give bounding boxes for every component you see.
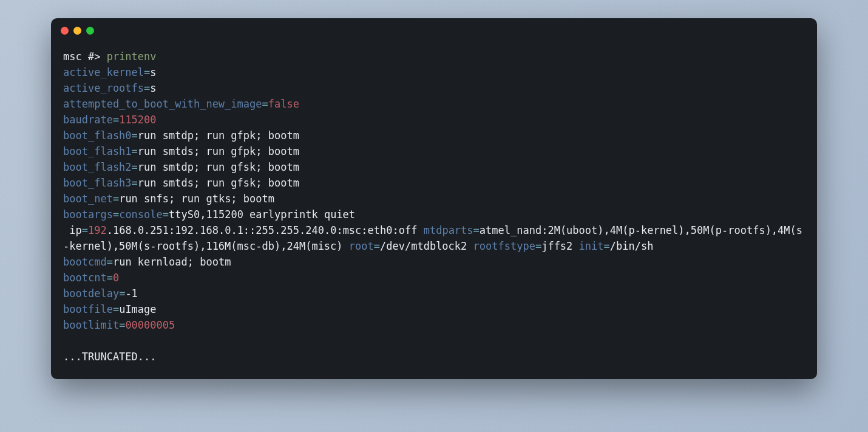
equals-sign: =	[132, 177, 138, 189]
shell-prompt: msc #>	[63, 50, 107, 63]
env-line: boot_flash0=run smtdp; run gfpk; bootm	[63, 128, 805, 143]
env-value: run smtds; run gfsk; bootm	[138, 177, 299, 189]
env-value: -1	[125, 287, 137, 300]
equals-sign: =	[163, 208, 169, 221]
bootargs-console-key: console	[119, 208, 163, 221]
env-key: bootargs	[63, 208, 113, 221]
bootargs-ip-label: ip	[63, 224, 82, 236]
equals-sign: =	[119, 319, 125, 331]
env-line: bootdelay=-1	[63, 286, 805, 301]
equals-sign: =	[132, 129, 138, 142]
bootargs-mtdparts-key: mtdparts	[424, 224, 473, 236]
equals-sign: =	[262, 98, 268, 110]
equals-sign: =	[119, 287, 125, 300]
env-line: bootcnt=0	[63, 270, 805, 286]
env-line: active_kernel=s	[63, 64, 805, 80]
env-line: boot_flash1=run smtds; run gfpk; bootm	[63, 143, 805, 159]
env-key: attempted_to_boot_with_new_image	[63, 98, 262, 110]
bootargs-console-val: ttyS0,115200 earlyprintk quiet	[169, 208, 355, 221]
terminal-output[interactable]: msc #> printenvactive_kernel=sactive_roo…	[51, 43, 817, 379]
bootargs-root-key: root	[349, 240, 374, 252]
equals-sign: =	[107, 256, 113, 268]
env-key: boot_net	[63, 193, 113, 205]
prompt-line: msc #> printenv	[63, 49, 805, 64]
env-key: bootcnt	[63, 272, 107, 284]
equals-sign: =	[82, 224, 88, 236]
env-line: bootcmd=run kernload; bootm	[63, 254, 805, 270]
env-key: baudrate	[63, 114, 113, 126]
env-value: run smtds; run gfpk; bootm	[138, 145, 299, 157]
equals-sign: =	[113, 303, 119, 315]
bootargs-ip-first: 192	[88, 224, 107, 236]
equals-sign: =	[113, 114, 119, 126]
env-line: baudrate=115200	[63, 112, 805, 128]
equals-sign: =	[107, 272, 113, 284]
env-value: run snfs; run gtks; bootm	[119, 193, 274, 205]
env-key: bootcmd	[63, 256, 107, 268]
env-line-bootargs: bootargs=console=ttyS0,115200 earlyprint…	[63, 207, 805, 254]
env-value: false	[268, 98, 299, 110]
bootargs-rootfstype-val: jffs2	[541, 240, 578, 252]
equals-sign: =	[144, 66, 150, 78]
bootargs-init-val: /bin/sh	[610, 240, 654, 252]
minimize-icon[interactable]	[73, 27, 81, 35]
env-value: run kernload; bootm	[113, 256, 231, 268]
equals-sign: =	[604, 240, 610, 252]
equals-sign: =	[132, 161, 138, 173]
env-value: 115200	[119, 114, 156, 126]
env-line: boot_net=run snfs; run gtks; bootm	[63, 191, 805, 207]
equals-sign: =	[473, 224, 480, 236]
env-value: 00000005	[125, 319, 175, 331]
bootargs-ip-rest: .168.0.251:192.168.0.1::255.255.240.0:ms…	[107, 224, 424, 236]
env-value: 0	[113, 272, 119, 284]
env-value: s	[150, 66, 156, 78]
env-line: bootlimit=00000005	[63, 317, 805, 333]
env-key: bootlimit	[63, 319, 119, 331]
equals-sign: =	[144, 82, 150, 94]
env-key: boot_flash0	[63, 129, 132, 142]
window-titlebar	[51, 18, 817, 43]
env-key: bootdelay	[63, 287, 119, 300]
env-line: bootfile=uImage	[63, 301, 805, 317]
equals-sign: =	[113, 208, 119, 221]
command-text: printenv	[107, 50, 157, 63]
env-line: attempted_to_boot_with_new_image=false	[63, 96, 805, 112]
equals-sign: =	[535, 240, 541, 252]
bootargs-rootfstype-key: rootfstype	[473, 240, 535, 252]
truncated-marker: ...TRUNCATED...	[63, 349, 805, 365]
env-value: uImage	[119, 303, 156, 315]
bootargs-init-key: init	[579, 240, 604, 252]
equals-sign: =	[113, 193, 119, 205]
env-key: active_kernel	[63, 66, 144, 78]
env-key: bootfile	[63, 303, 113, 315]
env-key: boot_flash1	[63, 145, 132, 157]
maximize-icon[interactable]	[86, 27, 94, 35]
env-value: run smtdp; run gfpk; bootm	[138, 129, 299, 142]
equals-sign: =	[132, 145, 138, 157]
env-line: boot_flash3=run smtds; run gfsk; bootm	[63, 175, 805, 191]
env-value: run smtdp; run gfsk; bootm	[138, 161, 299, 173]
env-key: boot_flash2	[63, 161, 132, 173]
equals-sign: =	[374, 240, 380, 252]
terminal-window: msc #> printenvactive_kernel=sactive_roo…	[51, 18, 817, 379]
env-line: active_rootfs=s	[63, 80, 805, 96]
env-value: s	[150, 82, 156, 94]
env-key: boot_flash3	[63, 177, 132, 189]
bootargs-root-val: /dev/mtdblock2	[380, 240, 473, 252]
env-key: active_rootfs	[63, 82, 144, 94]
env-line: boot_flash2=run smtdp; run gfsk; bootm	[63, 159, 805, 175]
close-icon[interactable]	[61, 27, 69, 35]
